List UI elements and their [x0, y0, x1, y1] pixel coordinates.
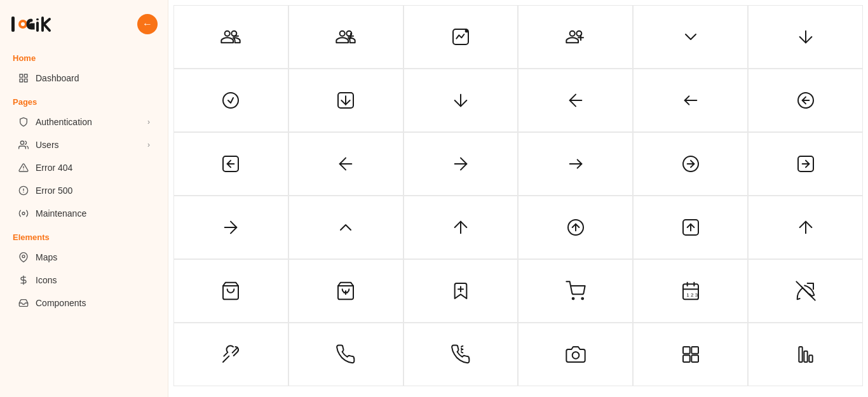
svg-rect-9	[24, 79, 27, 82]
icon-cell-camera[interactable]	[518, 323, 633, 386]
back-button[interactable]: ←	[137, 14, 158, 34]
sidebar-item-maintenance[interactable]: Maintenance	[5, 203, 163, 224]
components-label: Components	[36, 298, 150, 308]
sidebar: ← Home Dashboard Pages Authentication › …	[0, 0, 168, 397]
icon-grid-main: 1 2 3	[168, 0, 868, 397]
logo-image	[10, 13, 61, 36]
error-404-label: Error 404	[36, 163, 150, 173]
icon-cell-box-arrow-right[interactable]	[748, 132, 863, 196]
icon-cell-circle-arrow-right[interactable]	[633, 132, 748, 196]
svg-line-65	[223, 356, 229, 362]
icon-cell-arrow-up-straight[interactable]	[748, 196, 863, 259]
section-label-pages: Pages	[0, 90, 168, 111]
svg-point-17	[22, 255, 25, 258]
icon-cell-phone-calling[interactable]	[403, 323, 519, 386]
svg-rect-8	[20, 79, 23, 82]
map-pin-icon	[18, 252, 29, 263]
icon-cell-user-plus[interactable]	[518, 5, 633, 69]
icon-cell-arrow-down-straight[interactable]	[748, 5, 863, 69]
info-icon	[18, 185, 29, 196]
error-500-label: Error 500	[36, 185, 150, 196]
icon-cell-arrow-right-plain[interactable]	[403, 132, 519, 196]
svg-rect-6	[20, 74, 23, 77]
settings-icon	[18, 208, 29, 219]
icon-cell-phone-off[interactable]	[748, 259, 863, 323]
svg-text:1 2 3: 1 2 3	[686, 292, 698, 298]
chevron-right-icon: ›	[147, 118, 150, 126]
icons-icon	[18, 274, 29, 286]
icon-cell-arrow-left-alt[interactable]	[633, 69, 748, 132]
icon-cell-arrow-right-alt[interactable]	[518, 132, 633, 196]
svg-point-58	[581, 298, 583, 300]
sidebar-item-users[interactable]: Users ›	[5, 134, 163, 156]
icon-cell-shopping-bag[interactable]	[173, 259, 288, 323]
sidebar-item-maps[interactable]: Maps	[5, 246, 163, 268]
sidebar-item-error-500[interactable]: Error 500	[5, 180, 163, 201]
maintenance-label: Maintenance	[36, 208, 150, 219]
sidebar-item-error-404[interactable]: Error 404	[5, 157, 163, 178]
icon-cell-tools[interactable]	[173, 323, 288, 386]
icon-cell-chevron-up[interactable]	[288, 196, 403, 259]
icon-cell-arrow-left-plain[interactable]	[288, 132, 403, 196]
icon-grid: 1 2 3	[173, 5, 863, 386]
svg-rect-68	[683, 347, 690, 354]
maps-label: Maps	[36, 252, 150, 262]
icon-cell-users-minus[interactable]	[173, 5, 288, 69]
svg-rect-71	[691, 355, 698, 362]
svg-rect-72	[799, 347, 802, 362]
sidebar-item-icons[interactable]: Icons	[5, 269, 163, 291]
icon-cell-bar-chart[interactable]	[748, 323, 863, 386]
dashboard-label: Dashboard	[36, 73, 150, 83]
icon-cell-arrow-right[interactable]	[173, 196, 288, 259]
icon-cell-phone[interactable]	[288, 323, 403, 386]
icon-cell-grid-2x2[interactable]	[633, 323, 748, 386]
dashboard-icon	[18, 72, 29, 84]
svg-rect-3	[36, 18, 39, 20]
icon-cell-bookmark[interactable]	[403, 259, 519, 323]
chevron-right-icon-users: ›	[147, 140, 150, 149]
sidebar-logo: ←	[0, 10, 168, 46]
icon-cell-circle-arrow-up[interactable]	[518, 196, 633, 259]
svg-rect-4	[36, 22, 39, 32]
icon-cell-circle-arrow-left[interactable]	[748, 69, 863, 132]
icon-cell-calendar[interactable]: 1 2 3	[633, 259, 748, 323]
authentication-label: Authentication	[36, 117, 141, 127]
sidebar-item-dashboard[interactable]: Dashboard	[5, 67, 163, 89]
icon-cell-users-plus[interactable]	[288, 5, 403, 69]
icon-cell-circle-check-down[interactable]	[173, 69, 288, 132]
section-label-home: Home	[0, 46, 168, 67]
icon-cell-box-arrow-left[interactable]	[173, 132, 288, 196]
svg-point-27	[223, 93, 238, 108]
svg-rect-7	[24, 74, 27, 77]
icon-cell-arrow-left[interactable]	[518, 69, 633, 132]
svg-rect-70	[683, 355, 690, 362]
icon-cell-activity-chart[interactable]	[403, 5, 519, 69]
icon-cell-arrow-down[interactable]	[403, 69, 519, 132]
sidebar-item-components[interactable]: Components	[5, 292, 163, 314]
icon-cell-chevron-down[interactable]	[633, 5, 748, 69]
icon-cell-shopping-bag-alt[interactable]	[288, 259, 403, 323]
users-icon	[18, 139, 29, 151]
svg-point-67	[573, 352, 580, 359]
icon-cell-arrow-up-from[interactable]	[403, 196, 519, 259]
inbox-icon	[18, 297, 29, 309]
icons-label: Icons	[36, 275, 150, 285]
svg-rect-73	[804, 351, 807, 362]
icon-cell-shopping-cart[interactable]	[518, 259, 633, 323]
svg-rect-0	[11, 17, 15, 32]
icon-cell-circle-arrow-down-box[interactable]	[288, 69, 403, 132]
back-arrow-icon: ←	[142, 18, 153, 30]
svg-rect-69	[691, 347, 698, 354]
users-label: Users	[36, 140, 141, 150]
alert-triangle-icon	[18, 162, 29, 173]
svg-point-2	[21, 22, 25, 26]
section-label-elements: Elements	[0, 225, 168, 246]
shield-icon	[18, 116, 29, 128]
svg-point-10	[20, 141, 24, 144]
svg-rect-74	[809, 355, 812, 362]
svg-point-57	[573, 298, 574, 300]
icon-cell-box-arrow-up[interactable]	[633, 196, 748, 259]
logo	[10, 13, 61, 36]
svg-point-16	[22, 212, 25, 215]
sidebar-item-authentication[interactable]: Authentication ›	[5, 111, 163, 133]
